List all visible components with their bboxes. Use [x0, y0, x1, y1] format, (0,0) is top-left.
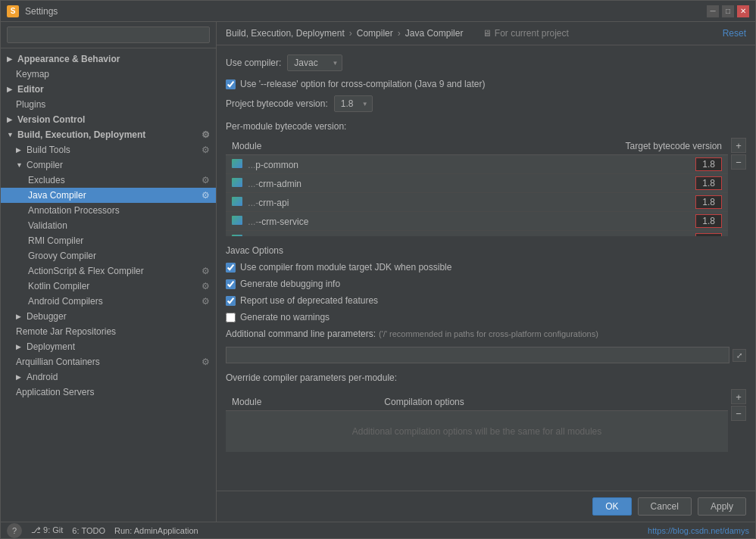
- sidebar-item-java-compiler[interactable]: Java Compiler ⚙: [1, 188, 216, 203]
- breadcrumb-sep2: ›: [398, 28, 401, 39]
- module-prefix: ...: [248, 160, 255, 170]
- reset-button[interactable]: Reset: [723, 28, 746, 39]
- remove-override-button[interactable]: −: [731, 406, 746, 421]
- javac-opt-1-label: Use compiler from module target JDK when…: [240, 262, 451, 273]
- javac-opt-1-checkbox[interactable]: [226, 263, 236, 273]
- module-icon: [232, 197, 242, 206]
- module-table-container: Module Target bytecode version ...p-comm…: [226, 138, 728, 236]
- sidebar-item-kotlin[interactable]: Kotlin Compiler ⚙: [1, 279, 216, 294]
- sidebar-item-validation[interactable]: Validation: [1, 218, 216, 233]
- release-option-row: Use '--release' option for cross-compila…: [226, 79, 746, 89]
- sidebar-item-label: Arquillian Containers: [16, 357, 100, 367]
- add-override-button[interactable]: +: [731, 389, 746, 404]
- status-url: https://blog.csdn.net/damys: [648, 526, 749, 535]
- sidebar-item-editor[interactable]: ▶ Editor: [1, 82, 216, 97]
- override-empty-msg: Additional compilation options will be t…: [226, 411, 728, 453]
- sidebar-item-label: Deployment: [27, 341, 75, 352]
- compiler-label: Use compiler:: [226, 58, 281, 68]
- table-row[interactable]: ...p-framework 1.8: [226, 231, 728, 237]
- sidebar-item-compiler[interactable]: ▼ Compiler: [1, 157, 216, 173]
- maximize-button[interactable]: □: [722, 5, 734, 17]
- breadcrumb-step2: Compiler: [357, 28, 393, 39]
- sidebar-item-app-servers[interactable]: Application Servers: [1, 385, 216, 400]
- module-icon: [232, 235, 242, 237]
- sidebar-item-excludes[interactable]: Excludes ⚙: [1, 173, 216, 188]
- remove-module-button[interactable]: −: [731, 154, 746, 170]
- status-git[interactable]: ⎇ 9: Git: [31, 525, 63, 535]
- javac-opt-4-checkbox[interactable]: [226, 313, 236, 322]
- version-value: 1.8: [451, 155, 728, 174]
- sidebar-item-groovy[interactable]: Groovy Compiler: [1, 248, 216, 263]
- app-icon: S: [7, 5, 19, 17]
- cancel-button[interactable]: Cancel: [638, 497, 692, 516]
- compiler-select[interactable]: Javac Eclipse Ajc: [287, 55, 342, 71]
- table-row[interactable]: ...--crm-service 1.8: [226, 212, 728, 231]
- sidebar-item-keymap[interactable]: Keymap: [1, 67, 216, 82]
- sidebar-item-android[interactable]: ▶ Android: [1, 369, 216, 385]
- module-prefix: ...-: [248, 217, 258, 227]
- sidebar-item-label: Build Tools: [27, 145, 70, 155]
- javac-opt-4-row: Generate no warnings: [226, 312, 746, 322]
- minimize-button[interactable]: ─: [707, 5, 719, 17]
- help-button[interactable]: ?: [7, 523, 22, 538]
- javac-opt-3-checkbox[interactable]: [226, 296, 236, 306]
- module-table-scroll[interactable]: Module Target bytecode version ...p-comm…: [226, 138, 728, 236]
- status-bar: ? ⎇ 9: Git 6: TODO Run: AdminApplication…: [1, 522, 755, 538]
- sidebar-item-annotation[interactable]: Annotation Processors: [1, 203, 216, 218]
- javac-opt-4-label: Generate no warnings: [240, 312, 330, 322]
- sidebar-item-android-compilers[interactable]: Android Compilers ⚙: [1, 294, 216, 309]
- sidebar-item-label: Validation: [28, 220, 67, 231]
- table-side-buttons: + −: [731, 138, 746, 170]
- cmd-params-label: Additional command line parameters:: [226, 329, 376, 339]
- bytecode-select-wrapper: 1.8 11 17: [334, 95, 373, 112]
- status-run[interactable]: Run: AdminApplication: [114, 526, 198, 535]
- javac-opt-2-checkbox[interactable]: [226, 279, 236, 289]
- arrow-icon: ▼: [16, 161, 23, 169]
- close-button[interactable]: ✕: [737, 5, 749, 17]
- table-row[interactable]: ...-crm-admin 1.8: [226, 174, 728, 193]
- module-name: ...--crm-service: [226, 212, 451, 231]
- module-name: ...-crm-admin: [226, 174, 451, 193]
- breadcrumb-sep1: ›: [349, 28, 352, 39]
- module-icon: [232, 159, 242, 168]
- sidebar-item-remote-jar[interactable]: Remote Jar Repositories: [1, 324, 216, 339]
- sidebar-item-label: Groovy Compiler: [28, 251, 96, 261]
- module-name: ...p-common: [226, 155, 451, 174]
- expand-cmd-button[interactable]: ⤢: [733, 349, 746, 362]
- search-input[interactable]: [7, 26, 210, 43]
- sidebar-item-build-tools[interactable]: ▶ Build Tools ⚙: [1, 142, 216, 157]
- sidebar-item-plugins[interactable]: Plugins: [1, 97, 216, 112]
- arrow-icon: ▶: [7, 116, 14, 123]
- table-row[interactable]: ...-crm-api 1.8: [226, 193, 728, 212]
- sidebar-item-deployment[interactable]: ▶ Deployment: [1, 339, 216, 354]
- sidebar-item-debugger[interactable]: ▶ Debugger: [1, 309, 216, 324]
- git-icon: ⎇: [31, 525, 41, 534]
- ok-button[interactable]: OK: [592, 497, 631, 516]
- sidebar-item-label: Java Compiler: [28, 190, 86, 201]
- sidebar-item-build[interactable]: ▼ Build, Execution, Deployment ⚙: [1, 127, 216, 142]
- sidebar-item-arquillian[interactable]: Arquillian Containers ⚙: [1, 354, 216, 369]
- version-badge: 1.8: [695, 233, 722, 236]
- cmd-params-input[interactable]: [226, 347, 729, 363]
- version-badge: 1.8: [695, 214, 722, 228]
- module-prefix: ...-: [248, 179, 258, 189]
- override-module-header: Module: [226, 394, 378, 411]
- table-row[interactable]: ...p-common 1.8: [226, 155, 728, 174]
- arrow-icon: ▶: [16, 373, 23, 381]
- release-option-checkbox[interactable]: [226, 79, 236, 89]
- cmd-params-hint: ('/' recommended in paths for cross-plat…: [379, 329, 598, 338]
- status-todo[interactable]: 6: TODO: [72, 526, 105, 535]
- apply-button[interactable]: Apply: [698, 497, 746, 516]
- sidebar-item-version-control[interactable]: ▶ Version Control: [1, 112, 216, 127]
- sidebar-item-label: Editor: [17, 84, 44, 95]
- settings-icon: ⚙: [201, 296, 210, 307]
- monitor-icon: 🖥: [483, 28, 492, 39]
- add-module-button[interactable]: +: [731, 138, 746, 153]
- sidebar-item-actionscript[interactable]: ActionScript & Flex Compiler ⚙: [1, 263, 216, 279]
- sidebar-item-appearance[interactable]: ▶ Appearance & Behavior: [1, 51, 216, 67]
- dialog-buttons: OK Cancel Apply: [217, 491, 755, 522]
- sidebar-item-label: Excludes: [28, 175, 65, 185]
- sidebar-item-rmi[interactable]: RMI Compiler: [1, 233, 216, 248]
- sidebar-item-label: Android Compilers: [28, 296, 103, 307]
- bytecode-version-select[interactable]: 1.8 11 17: [334, 95, 373, 112]
